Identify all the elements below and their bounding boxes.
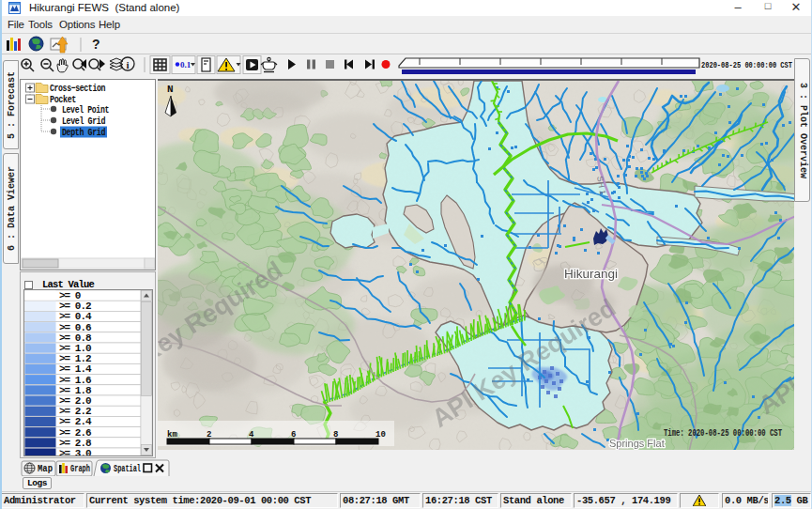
svg-text:>= 3.0: >= 3.0: [59, 448, 91, 455]
svg-text:>= 2.4: >= 2.4: [59, 416, 92, 427]
svg-text:Map: Map: [38, 464, 53, 474]
svg-text:>= 0: >= 0: [59, 290, 81, 301]
svg-text:Level Point: Level Point: [62, 104, 109, 116]
svg-text:>= 1.0: >= 1.0: [59, 343, 91, 354]
svg-text:>= 1.4: >= 1.4: [59, 363, 92, 375]
svg-text:>= 0.2: >= 0.2: [59, 301, 91, 312]
svg-text:Time: 2020-08-25 00:00:00 CST: Time: 2020-08-25 00:00:00 CST: [664, 428, 782, 439]
svg-text:>= 0.4: >= 0.4: [59, 311, 92, 322]
svg-text:2020-08-25 00:00:00 CST: 2020-08-25 00:00:00 CST: [701, 60, 792, 70]
svg-text:>= 2.8: >= 2.8: [59, 438, 92, 449]
svg-text:Spatial: Spatial: [114, 464, 141, 474]
svg-text:?: ?: [92, 37, 100, 52]
svg-text:Hikurangi: Hikurangi: [564, 267, 618, 281]
svg-text:>= 2.6: >= 2.6: [59, 427, 91, 439]
svg-text:N: N: [167, 84, 174, 95]
svg-text:Cross−section: Cross−section: [50, 83, 105, 94]
svg-text:>= 2.2: >= 2.2: [59, 406, 91, 417]
svg-text:Springs Flat: Springs Flat: [609, 438, 665, 449]
svg-text:>= 1.2: >= 1.2: [59, 353, 91, 364]
svg-text:>= 2.0: >= 2.0: [59, 395, 91, 407]
svg-text:>= 0.8: >= 0.8: [59, 332, 92, 344]
svg-text:Graph: Graph: [70, 464, 90, 474]
svg-text:>= 0.6: >= 0.6: [59, 322, 91, 333]
svg-text:Level Grid: Level Grid: [62, 116, 105, 127]
svg-text:>= 1.6: >= 1.6: [59, 375, 91, 386]
svg-text:>= 1.8: >= 1.8: [59, 385, 92, 396]
svg-text:0.1: 0.1: [180, 60, 192, 69]
svg-text:i: i: [127, 59, 130, 70]
svg-text:Depth Grid: Depth Grid: [62, 127, 105, 138]
